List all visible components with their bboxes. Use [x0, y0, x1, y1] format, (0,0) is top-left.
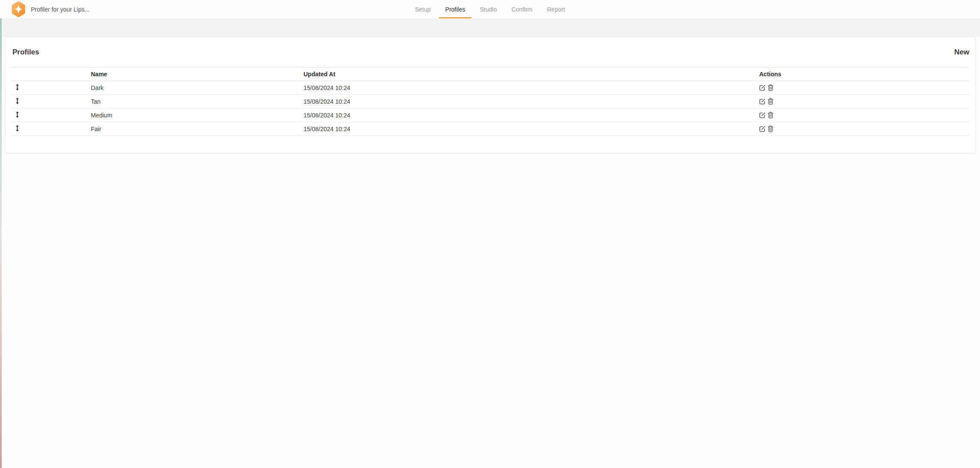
- drag-cell: [11, 108, 91, 122]
- delete-button[interactable]: [768, 84, 773, 91]
- actions-cell: [759, 108, 969, 122]
- column-header-actions: Actions: [759, 68, 969, 81]
- edit-square-icon: [759, 126, 766, 132]
- top-bar: Profiler for your Lips... Setup Profiles…: [0, 0, 980, 18]
- updated-at-cell: 15/08/2024 10:24: [304, 95, 759, 108]
- profiles-table-wrap: Name Updated At Actions Dark 15/: [11, 67, 969, 136]
- page-title: Profiles: [12, 48, 39, 57]
- app-logo[interactable]: [12, 1, 25, 18]
- left-edge-gradient-strip: [0, 18, 2, 468]
- drag-cell: [11, 95, 91, 108]
- delete-button[interactable]: [768, 112, 773, 118]
- edit-button[interactable]: [759, 84, 766, 91]
- actions-cell: [759, 95, 969, 108]
- subheader-band: [0, 18, 980, 37]
- card-header: Profiles New: [6, 37, 975, 67]
- drag-handle[interactable]: [15, 98, 19, 104]
- column-header-drag: [11, 68, 91, 81]
- trash-icon: [768, 126, 773, 132]
- delete-button[interactable]: [768, 126, 773, 132]
- drag-cell: [11, 81, 91, 95]
- actions-cell: [759, 81, 969, 95]
- name-cell: Tan: [91, 95, 304, 108]
- tab-setup[interactable]: Setup: [409, 0, 437, 18]
- actions-cell: [759, 122, 969, 136]
- updated-at-cell: 15/08/2024 10:24: [304, 108, 759, 122]
- profiles-card: Profiles New Name Updated At Actions: [5, 36, 976, 153]
- drag-vertical-icon: [15, 111, 19, 118]
- edit-button[interactable]: [759, 126, 766, 132]
- table-row: Dark 15/08/2024 10:24: [11, 81, 969, 95]
- drag-vertical-icon: [15, 125, 19, 132]
- edit-square-icon: [759, 112, 766, 118]
- edit-square-icon: [759, 84, 766, 91]
- hexagon-star-logo-icon: [12, 1, 25, 18]
- table-row: Fair 15/08/2024 10:24: [11, 122, 969, 136]
- trash-icon: [768, 112, 773, 118]
- main-nav: Setup Profiles Studio Confirm Report: [409, 0, 571, 18]
- trash-icon: [768, 84, 773, 91]
- table-row: Tan 15/08/2024 10:24: [11, 95, 969, 108]
- name-cell: Medium: [91, 108, 304, 122]
- drag-cell: [11, 122, 91, 136]
- app-title: Profiler for your Lips...: [31, 0, 90, 18]
- edit-square-icon: [759, 98, 766, 105]
- table-header-row: Name Updated At Actions: [11, 68, 969, 81]
- drag-vertical-icon: [15, 98, 19, 104]
- tab-report[interactable]: Report: [541, 0, 571, 18]
- tab-profiles[interactable]: Profiles: [439, 0, 472, 18]
- delete-button[interactable]: [768, 98, 773, 105]
- tab-confirm[interactable]: Confirm: [505, 0, 539, 18]
- updated-at-cell: 15/08/2024 10:24: [304, 81, 759, 95]
- name-cell: Dark: [91, 81, 304, 95]
- table-row: Medium 15/08/2024 10:24: [11, 108, 969, 122]
- drag-handle[interactable]: [15, 84, 19, 90]
- tab-studio[interactable]: Studio: [473, 0, 503, 18]
- column-header-name: Name: [91, 68, 304, 81]
- drag-vertical-icon: [15, 84, 19, 90]
- edit-button[interactable]: [759, 112, 766, 118]
- name-cell: Fair: [91, 122, 304, 136]
- column-header-updated-at: Updated At: [304, 68, 759, 81]
- new-profile-button[interactable]: New: [954, 48, 969, 57]
- edit-button[interactable]: [759, 98, 766, 105]
- drag-handle[interactable]: [15, 125, 19, 132]
- drag-handle[interactable]: [15, 111, 19, 118]
- profiles-table: Name Updated At Actions Dark 15/: [11, 67, 969, 136]
- trash-icon: [768, 98, 773, 105]
- updated-at-cell: 15/08/2024 10:24: [304, 122, 759, 136]
